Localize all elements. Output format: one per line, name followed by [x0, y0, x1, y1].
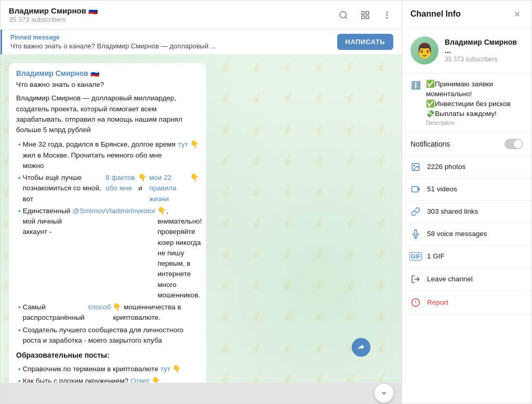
voice-icon: [410, 229, 421, 239]
channel-info-text: Владимир Смирнов ... 35 373 subscribers: [445, 38, 523, 63]
bullet-list-main: Мне 32 года, родился в Брянске, долгое в…: [16, 139, 199, 346]
chat-panel: Владимир Смирнов 🇷🇺 35 373 subscribers: [1, 1, 402, 403]
notifications-toggle[interactable]: [504, 139, 523, 149]
message-sender: Владимир Смирнов 🇷🇺: [16, 69, 199, 77]
list-item: Справочник по терминам в криптовалюте ту…: [18, 364, 199, 374]
list-item: Как быть с плохим окружением? Ответ 👇: [18, 376, 199, 383]
channel-display-name: Владимир Смирнов ...: [445, 38, 523, 55]
info-header: Channel Info ✕: [402, 1, 531, 28]
gif-row[interactable]: GIF 1 GIF: [402, 245, 531, 268]
subscriber-count: 35 373 subscribers: [9, 16, 98, 23]
description-label: Description: [426, 120, 523, 126]
actions-section: Leave channel Report: [402, 268, 531, 315]
message-question: Что важно знать о канале?: [16, 80, 199, 90]
report-label: Report: [427, 298, 448, 306]
svg-point-8: [387, 17, 388, 18]
write-button[interactable]: НАПИСАТЬ: [337, 34, 393, 50]
media-section: 2226 photos 51 videos: [402, 156, 531, 268]
message-bubble: Владимир Смирнов 🇷🇺 Что важно знать о ка…: [9, 63, 206, 383]
list-item: Мне 32 года, родился в Брянске, долгое в…: [18, 139, 199, 171]
links-row[interactable]: 303 shared links: [402, 201, 531, 223]
channel-info-panel: Channel Info ✕ 👨 Владимир Смирнов ... 35…: [402, 1, 531, 403]
channel-profile: 👨 Владимир Смирнов ... 35 373 subscriber…: [402, 28, 531, 73]
header-icons: [337, 9, 393, 21]
message-intro: Владимир Смирнов — долларовый миллиардер…: [16, 93, 199, 135]
chat-background: Владимир Смирнов 🇷🇺 Что важно знать о ка…: [1, 55, 402, 383]
svg-rect-4: [366, 16, 369, 18]
svg-rect-3: [366, 11, 369, 14]
leave-channel-label: Leave channel: [427, 275, 473, 283]
edu-list: Справочник по терминам в криптовалюте ту…: [16, 364, 199, 383]
chat-header: Владимир Смирнов 🇷🇺 35 373 subscribers: [1, 1, 402, 30]
channel-name: Владимир Смирнов 🇷🇺: [9, 6, 98, 16]
gif-icon: GIF: [410, 251, 421, 262]
photos-icon: [410, 162, 421, 172]
message-content: Что важно знать о канале? Владимир Смирн…: [16, 80, 199, 383]
chat-header-left: Владимир Смирнов 🇷🇺 35 373 subscribers: [9, 6, 98, 23]
bottom-bar: [1, 383, 402, 403]
svg-point-7: [387, 14, 388, 16]
channel-avatar: 👨: [410, 36, 438, 64]
report-icon: [410, 297, 421, 308]
pinned-content: Pinned message Что важно знать о канале?…: [10, 34, 218, 50]
chat-title-row: Владимир Смирнов 🇷🇺: [9, 6, 98, 16]
photos-label: 2226 photos: [427, 163, 523, 171]
description-text: ✅Принимаю заявки моментально! ✅Инвестици…: [426, 80, 523, 119]
links-icon: [410, 206, 421, 217]
leave-channel-row[interactable]: Leave channel: [402, 268, 531, 291]
photos-row[interactable]: 2226 photos: [402, 156, 531, 178]
links-label: 303 shared links: [427, 207, 523, 215]
layout-icon[interactable]: [359, 9, 371, 21]
list-item: Чтобы ещё лучше познакомиться со мной, в…: [18, 173, 199, 204]
channel-subs: 35 373 subscribers: [445, 56, 523, 63]
list-item: Самый распространённый способ👇 мошенниче…: [18, 302, 199, 323]
description-section: ℹ️ ✅Принимаю заявки моментально! ✅Инвест…: [402, 73, 531, 133]
videos-label: 51 videos: [427, 185, 523, 193]
videos-row[interactable]: 51 videos: [402, 178, 531, 201]
search-icon[interactable]: [337, 9, 350, 21]
svg-line-1: [345, 17, 347, 18]
close-button[interactable]: ✕: [511, 8, 523, 20]
more-icon[interactable]: [381, 9, 393, 21]
gif-label: 1 GIF: [427, 252, 523, 260]
voice-row[interactable]: 58 voice messages: [402, 223, 531, 245]
channel-info-title: Channel Info: [410, 9, 461, 19]
pinned-bar[interactable]: Pinned message Что важно знать о канале?…: [1, 30, 402, 55]
list-item: Единственный мой личный аккаунт - @Smirn…: [18, 206, 199, 301]
edu-header: Образовательные посты:: [16, 350, 199, 361]
notifications-label: Notifications: [410, 140, 450, 148]
forward-button[interactable]: [352, 338, 370, 357]
voice-label: 58 voice messages: [427, 230, 523, 238]
description-row[interactable]: ℹ️ ✅Принимаю заявки моментально! ✅Инвест…: [402, 73, 531, 132]
svg-rect-2: [362, 11, 364, 14]
svg-point-10: [414, 165, 415, 166]
svg-rect-5: [362, 16, 364, 18]
svg-point-6: [387, 11, 388, 13]
report-row[interactable]: Report: [402, 291, 531, 315]
svg-point-0: [340, 11, 346, 18]
scroll-down-button[interactable]: [375, 384, 393, 402]
list-item: Создатель лучшего сообщества для личност…: [18, 325, 199, 346]
description-content: ✅Принимаю заявки моментально! ✅Инвестици…: [426, 80, 523, 126]
leave-icon: [410, 274, 421, 284]
pinned-label: Pinned message: [10, 34, 218, 41]
info-icon: ℹ️: [410, 80, 421, 90]
svg-rect-11: [412, 186, 418, 192]
notifications-row: Notifications: [402, 133, 531, 156]
pinned-text: Что важно знать о канале? Владимир Смирн…: [10, 42, 218, 50]
videos-icon: [410, 184, 421, 194]
